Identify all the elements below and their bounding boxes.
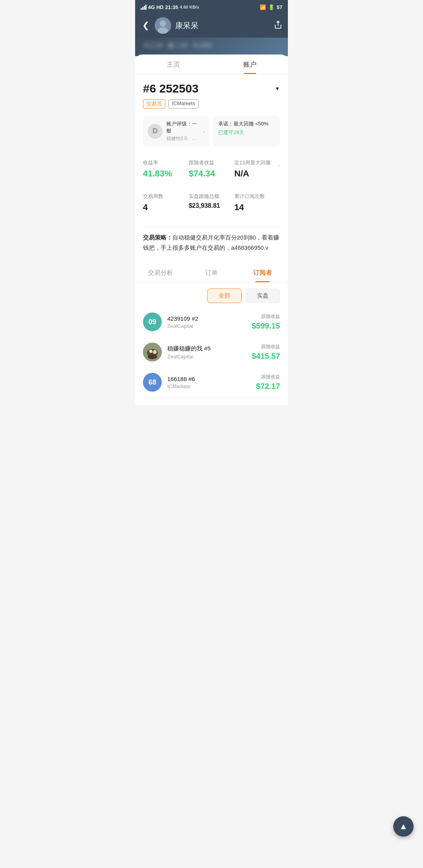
sub-tabs: 交易分析 订单 订阅者 (135, 264, 288, 282)
stat-max-drawdown-label: 近13周最大回撤 (234, 159, 270, 166)
account-badges: 交易员 ICMarkets (143, 99, 280, 109)
account-section: #6 252503 ▼ 交易员 ICMarkets D 账户评级：一般 稳健性0… (135, 74, 288, 260)
subscriber-name: 稳赚稳赚的我 #5 (167, 345, 246, 352)
signal-icon (141, 5, 146, 10)
strategy-text: 交易策略：自动稳健交易月化率百分20到80，看着赚钱把，手上很多多账户在交易的，… (143, 232, 280, 252)
stat-live-follow-label: 实盘跟随总额 (189, 193, 235, 200)
promise-title: 承诺：最大回撤 <50% (218, 120, 275, 127)
rating-cards: D 账户评级：一般 稳健性0.0、… › 承诺：最大回撤 <50% 已遵守28天 (143, 116, 280, 147)
earnings-label: 跟随收益 (256, 374, 280, 380)
stat-return-rate: 收益率 41.83% (143, 155, 189, 185)
hero-stat-1: 大江10 · 服二10 · 大1001 (143, 42, 213, 50)
subscriber-broker: ICMarkets (167, 383, 251, 389)
subscriber-name: 4239109 #2 (167, 315, 246, 322)
stats-grid-row1: 收益率 41.83% 跟随者收益 $74.34 近13周最大回撤 N/A › (143, 155, 280, 185)
dropdown-arrow-icon[interactable]: ▼ (275, 85, 280, 92)
tab-account[interactable]: 账户 (212, 60, 288, 74)
sub-tab-orders[interactable]: 订单 (186, 264, 237, 282)
avatar: 09 (143, 312, 162, 331)
status-left: 4G HD 21:35 4.60 KB/s (141, 4, 199, 10)
avatar (155, 17, 171, 34)
status-bar: 4G HD 21:35 4.60 KB/s 📶 🔋 57 (135, 0, 288, 14)
subscriber-info: 4239109 #2 ZealCapital (167, 315, 246, 329)
battery-level: 57 (277, 4, 282, 10)
list-item[interactable]: 68 166188 #6 ICMarkets 跟随收益 $72.17 (143, 367, 280, 398)
strategy-prefix: 交易策略： (143, 234, 172, 241)
avatar (143, 343, 162, 361)
earnings-label: 跟随收益 (252, 313, 280, 320)
avatar: 68 (143, 373, 162, 392)
hero-banner: 大江10 · 服二10 · 大1001 (135, 38, 288, 56)
subscriber-earnings: 跟随收益 $72.17 (256, 374, 280, 391)
rating-subtitle: 稳健性0.0、… (166, 135, 199, 142)
stat-total-subs: 累计订阅次数 14 (234, 189, 280, 219)
svg-point-7 (153, 350, 157, 354)
share-button[interactable] (274, 20, 282, 31)
rating-title: 账户评级：一般 (166, 120, 199, 134)
earnings-value: $72.17 (256, 382, 280, 391)
svg-point-6 (149, 350, 152, 353)
stats-grid-row2: 交易周数 4 实盘跟随总额 $23,938.81 累计订阅次数 14 (143, 189, 280, 219)
subscriber-earnings: 跟随收益 $415.57 (252, 343, 280, 361)
rating-chevron-icon: › (203, 128, 205, 134)
earnings-value: $599.15 (252, 321, 280, 330)
rating-info: 账户评级：一般 稳健性0.0、… (166, 120, 199, 142)
filter-buttons: 全部 实盘 (135, 282, 288, 307)
sub-tab-analysis[interactable]: 交易分析 (135, 264, 186, 282)
stat-trading-weeks: 交易周数 4 (143, 189, 189, 219)
right-chevron-icon: › (278, 159, 280, 170)
stat-live-follow: 实盘跟随总额 $23,938.81 (189, 189, 235, 219)
promise-card: 承诺：最大回撤 <50% 已遵守28天 (213, 116, 280, 147)
wifi-icon: 📶 (260, 4, 266, 10)
subscriber-list: 09 4239109 #2 ZealCapital 跟随收益 $599.15 (135, 307, 288, 398)
tab-home[interactable]: 主页 (135, 60, 212, 74)
subscriber-name: 166188 #6 (167, 376, 251, 382)
main-content: 主页 账户 #6 252503 ▼ 交易员 ICMarkets D 账户评级：一… (135, 54, 288, 405)
back-button[interactable]: ❮ (141, 19, 151, 32)
rating-grade-icon: D (148, 124, 163, 139)
subscriber-info: 稳赚稳赚的我 #5 ZealCapital (167, 345, 246, 360)
stat-total-subs-label: 累计订阅次数 (234, 193, 280, 200)
stat-max-drawdown-value: N/A (234, 169, 270, 179)
svg-point-8 (148, 354, 157, 359)
svg-point-2 (158, 27, 168, 34)
battery-icon: 🔋 (268, 4, 275, 10)
subscriber-info: 166188 #6 ICMarkets (167, 376, 251, 389)
list-item[interactable]: 稳赚稳赚的我 #5 ZealCapital 跟随收益 $415.57 (143, 337, 280, 367)
account-header: #6 252503 ▼ (143, 82, 280, 95)
stat-trading-weeks-value: 4 (143, 202, 189, 212)
main-tabs: 主页 账户 (135, 54, 288, 74)
stat-return-rate-value: 41.83% (143, 169, 189, 179)
username: 康呆呆 (175, 20, 199, 31)
stat-trading-weeks-label: 交易周数 (143, 193, 189, 200)
top-nav: ❮ 康呆呆 (135, 14, 288, 38)
filter-all-button[interactable]: 全部 (207, 289, 242, 303)
stat-follower-return: 跟随者收益 $74.34 (189, 155, 235, 185)
svg-point-1 (160, 20, 166, 27)
sub-tab-subscribers[interactable]: 订阅者 (237, 264, 288, 282)
network-type: 4G HD (148, 4, 164, 10)
filter-live-button[interactable]: 实盘 (246, 289, 280, 303)
badge-broker: ICMarkets (168, 99, 199, 109)
stat-total-subs-value: 14 (234, 202, 280, 212)
status-right: 📶 🔋 57 (260, 4, 282, 10)
rating-card[interactable]: D 账户评级：一般 稳健性0.0、… › (143, 116, 210, 147)
earnings-label: 跟随收益 (252, 343, 280, 350)
stat-return-rate-label: 收益率 (143, 159, 189, 166)
time: 21:35 (165, 4, 178, 10)
promise-days: 已遵守28天 (218, 129, 275, 136)
stat-live-follow-value: $23,938.81 (189, 202, 235, 209)
stat-max-drawdown[interactable]: 近13周最大回撤 N/A › (234, 155, 280, 185)
list-item[interactable]: 09 4239109 #2 ZealCapital 跟随收益 $599.15 (143, 307, 280, 337)
account-number: #6 252503 (143, 82, 199, 95)
earnings-value: $415.57 (252, 352, 280, 361)
subscriber-earnings: 跟随收益 $599.15 (252, 313, 280, 330)
subscriber-broker: ZealCapital (167, 323, 246, 329)
speed: 4.60 KB/s (180, 5, 199, 9)
badge-trader: 交易员 (143, 99, 165, 109)
stat-follower-return-value: $74.34 (189, 169, 235, 179)
strategy-section: 交易策略：自动稳健交易月化率百分20到80，看着赚钱把，手上很多多账户在交易的，… (143, 227, 280, 260)
stat-follower-return-label: 跟随者收益 (189, 159, 235, 166)
subscriber-broker: ZealCapital (167, 354, 246, 360)
